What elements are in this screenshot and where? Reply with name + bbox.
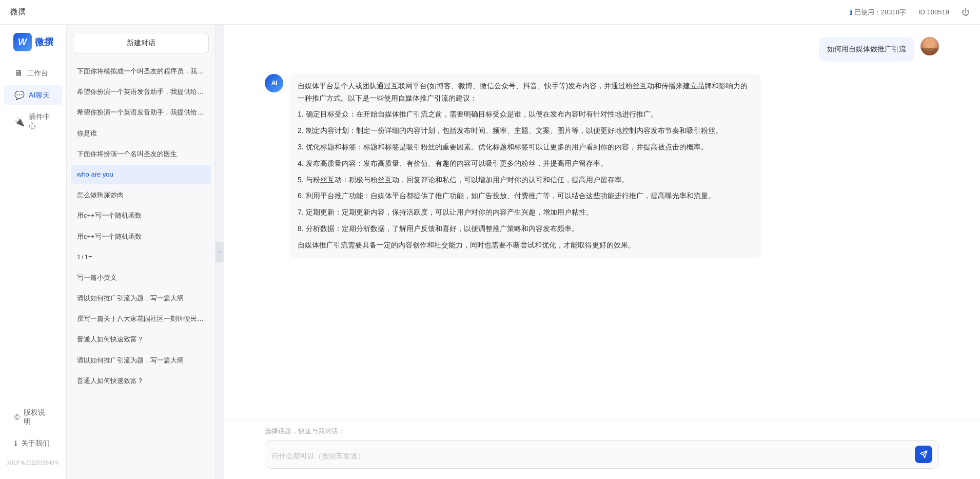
quick-topics-label: 选择话题，快速与我对话： [265, 427, 939, 436]
workbench-icon: 🖥 [14, 69, 23, 78]
topbar: 微撰 ℹ 已使用：28318字 ID:100519 ⏻ [0, 0, 980, 25]
chat-list-item[interactable]: 希望你扮演一个英语发音助手，我提供给你... [71, 82, 211, 102]
chat-list-item[interactable]: 普通人如何快速致富？ [71, 371, 211, 391]
chat-sidebar: 新建对话 下面你将模拟成一个叫圣友的程序员，我说...希望你扮演一个英语发音助手… [67, 25, 215, 479]
sidebar-item-ai-chat[interactable]: 💬 AI聊天 [4, 85, 62, 105]
message-paragraph: 3. 优化标题和标签：标题和标签是吸引粉丝的重要因素。优化标题和标签可以让更多的… [298, 141, 753, 154]
chat-list-item[interactable]: 下面你将扮演一个名叫圣友的医生 [71, 144, 211, 164]
ai-message: AI自媒体平台是个人或团队通过互联网平台(如博客、微博、微信公众号、抖音、快手等… [265, 74, 939, 258]
chat-list-item[interactable]: 希望你扮演一个英语发音助手，我提供给你... [71, 103, 211, 122]
chat-input-area: 选择话题，快速与我对话： [224, 420, 980, 479]
message-paragraph: 2. 制定内容计划：制定一份详细的内容计划，包括发布时间、频率、主题、文案、图片… [298, 125, 753, 137]
chat-list-item[interactable]: 普通人如何快速致富？ [71, 330, 211, 349]
chat-list-item[interactable]: who are you [71, 165, 211, 184]
sidebar-item-about[interactable]: ℹ 关于我们 [4, 434, 62, 453]
sidebar-item-workbench[interactable]: 🖥 工作台 [4, 64, 62, 83]
chat-list-item[interactable]: 1+1= [71, 247, 211, 267]
send-button[interactable] [915, 446, 932, 463]
chat-list-item[interactable]: 用c++写一个随机函数 [71, 227, 211, 246]
topbar-right: ℹ 已使用：28318字 ID:100519 ⏻ [850, 8, 970, 17]
chat-list-item[interactable]: 怎么做狗屎炒肉 [71, 185, 211, 205]
about-icon: ℹ [14, 439, 17, 448]
message-paragraph: 8. 分析数据：定期分析数据，了解用户反馈和喜好，以便调整推广策略和内容发布频率… [298, 223, 753, 235]
sidebar-item-copyright-label: 版权说明 [24, 408, 52, 427]
icp-text: 京ICP备2022015946号 [0, 455, 66, 471]
message-paragraph: 5. 与粉丝互动：积极与粉丝互动，回复评论和私信，可以增加用户对你的认可和信任，… [298, 174, 753, 186]
sidebar-item-plugins[interactable]: 🔌 插件中心 [4, 107, 62, 136]
sidebar-item-about-label: 关于我们 [21, 439, 50, 448]
info-icon: ℹ [850, 8, 852, 16]
chat-list-item[interactable]: 请以如何推广引流为题，写一篇大纲 [71, 289, 211, 308]
ai-avatar: AI [265, 74, 283, 92]
logo-w-icon: W [13, 33, 32, 51]
topbar-id: ID:100519 [918, 8, 949, 16]
logout-icon[interactable]: ⏻ [962, 8, 970, 17]
chat-main: 如何用自媒体做推广引流AI自媒体平台是个人或团队通过互联网平台(如博客、微博、微… [224, 25, 980, 479]
chat-list-item[interactable]: 你是谁 [71, 124, 211, 143]
ai-chat-icon: 💬 [14, 90, 25, 100]
user-message: 如何用自媒体做推广引流 [265, 37, 939, 62]
chat-input[interactable] [271, 451, 911, 463]
copyright-icon: © [14, 413, 19, 421]
message-paragraph: 7. 定期更新：定期更新内容，保持活跃度，可以让用户对你的内容产生兴趣，增加用户… [298, 206, 753, 219]
user-avatar [920, 37, 939, 55]
chat-list-item[interactable]: 下面你将模拟成一个叫圣友的程序员，我说... [71, 62, 211, 81]
chat-list-item[interactable]: 请以如何推广引流为题，写一篇大纲 [71, 351, 211, 370]
sidebar-item-ai-chat-label: AI聊天 [29, 91, 50, 100]
message-bubble: 自媒体平台是个人或团队通过互联网平台(如博客、微博、微信公众号、抖音、快手等)发… [289, 74, 761, 258]
plugins-icon: 🔌 [14, 117, 25, 127]
message-bubble: 如何用自媒体做推广引流 [819, 37, 914, 62]
message-paragraph: 自媒体平台是个人或团队通过互联网平台(如博客、微博、微信公众号、抖音、快手等)发… [298, 80, 753, 105]
nav-items: 🖥 工作台 💬 AI聊天 🔌 插件中心 [0, 64, 66, 136]
left-sidebar: W 微撰 🖥 工作台 💬 AI聊天 🔌 插件中心 © 版权说明 [0, 25, 67, 479]
ai-message-content: 自媒体平台是个人或团队通过互联网平台(如博客、微博、微信公众号、抖音、快手等)发… [298, 80, 753, 252]
collapse-sidebar-button[interactable]: ‹ [215, 242, 224, 262]
chat-list-item[interactable]: 写一篇小黄文 [71, 268, 211, 288]
logo-area: W 微撰 [8, 33, 58, 51]
chat-list: 下面你将模拟成一个叫圣友的程序员，我说...希望你扮演一个英语发音助手，我提供给… [67, 60, 215, 479]
usage-text: 已使用：28318字 [854, 8, 906, 17]
topbar-title: 微撰 [10, 7, 850, 17]
send-icon [919, 450, 928, 458]
chat-list-item[interactable]: 撰写一篇关于八大家花园社区一刻钟便民生... [71, 309, 211, 329]
message-paragraph: 1. 确定目标受众：在开始自媒体推广引流之前，需要明确目标受众是谁，以便在发布内… [298, 108, 753, 121]
new-chat-button[interactable]: 新建对话 [73, 33, 209, 53]
main-layout: W 微撰 🖥 工作台 💬 AI聊天 🔌 插件中心 © 版权说明 [0, 25, 980, 479]
sidebar-item-copyright[interactable]: © 版权说明 [4, 403, 62, 432]
sidebar-item-workbench-label: 工作台 [27, 69, 48, 78]
input-box [265, 440, 939, 469]
message-paragraph: 4. 发布高质量内容：发布高质量、有价值、有趣的内容可以吸引更多的粉丝，并提高用… [298, 158, 753, 170]
chat-list-item[interactable]: 用c++写一个随机函数 [71, 206, 211, 225]
sidebar-item-plugins-label: 插件中心 [29, 112, 52, 131]
topbar-usage: ℹ 已使用：28318字 [850, 8, 906, 17]
message-paragraph: 6. 利用平台推广功能：自媒体平台都提供了推广功能，如广告投放、付费推广等，可以… [298, 190, 753, 202]
logo-text: 微撰 [35, 36, 53, 48]
chat-messages: 如何用自媒体做推广引流AI自媒体平台是个人或团队通过互联网平台(如博客、微博、微… [224, 25, 980, 420]
message-paragraph: 自媒体推广引流需要具备一定的内容创作和社交能力，同时也需要不断尝试和优化，才能取… [298, 239, 753, 252]
nav-bottom: © 版权说明 ℹ 关于我们 京ICP备2022015946号 [0, 403, 66, 471]
